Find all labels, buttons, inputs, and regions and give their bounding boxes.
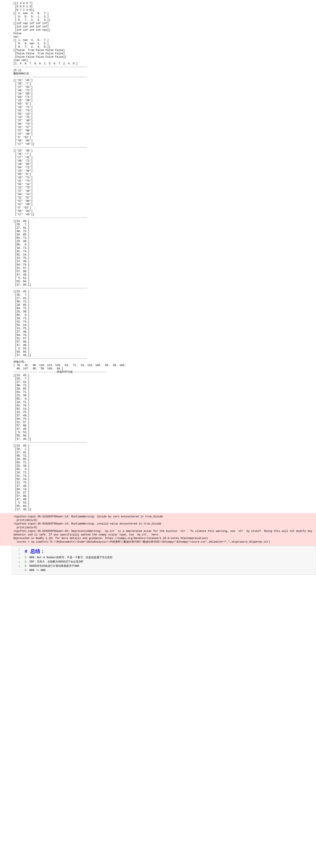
list-num: 2. <box>25 560 30 563</box>
gutter-num: 5 <box>11 565 20 569</box>
list-text: NAN：Not A Number的简写，不是一个数字，但是他是属于浮点类型 <box>30 556 112 559</box>
list-num: 4. <box>25 569 30 572</box>
gutter-num: 3 <box>11 556 20 560</box>
stdout-output: [[1 4 4 8 7] [8 8 5 1 5] [8 7 2 4 0]] [[… <box>0 0 316 513</box>
markdown-h1: # 总结： <box>25 549 45 554</box>
gutter-num: 1 <box>11 548 20 552</box>
stderr-output: <ipython-input-46-929d56f99aad>:14: Runt… <box>0 513 316 546</box>
list-num: 1. <box>25 556 30 559</box>
list-text: NAN != NAN <box>30 569 45 572</box>
code-content[interactable]: # 总结： 1. NAN：Not A Number的简写，不是一个数字，但是他是… <box>25 548 316 573</box>
gutter-num: 2 <box>11 552 20 556</box>
code-cell[interactable]: 1 2 3 4 5 # 总结： 1. NAN：Not A Number的简写，不… <box>11 546 316 575</box>
code-gutter: 1 2 3 4 5 <box>11 548 22 573</box>
stdout-text: [[1 4 4 8 7] [8 8 5 1 5] [8 7 2 4 0]] [[… <box>13 2 126 511</box>
list-num: 3. <box>25 564 30 568</box>
stderr-text: <ipython-input-46-929d56f99aad>:14: Runt… <box>13 515 314 544</box>
list-text: INF：无穷大，在除数为0的情况下会出现INF <box>30 560 83 563</box>
list-text: NAN和所有的值进行计算结果都是等于NAN <box>30 564 79 568</box>
gutter-num: 4 <box>11 560 20 565</box>
